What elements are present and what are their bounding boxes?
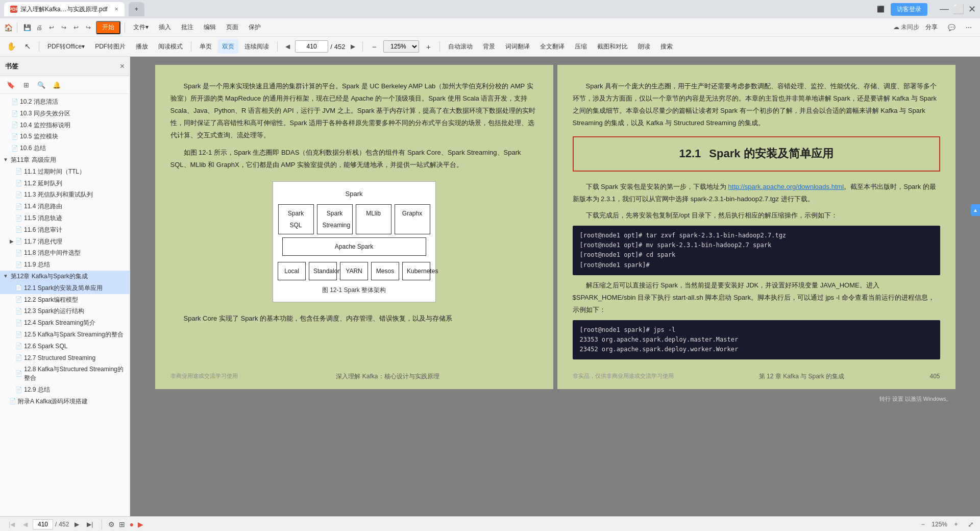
read-aloud-btn[interactable]: 朗读 [634, 39, 654, 54]
sidebar-tree-item-8[interactable]: 📄11.3 死信队列和重试队列 [0, 189, 130, 201]
sidebar-search-icon[interactable]: 🔍 [36, 79, 47, 90]
sidebar-tree-item-7[interactable]: 📄11.2 延时队列 [0, 178, 130, 189]
tab-close-btn[interactable]: × [115, 6, 118, 13]
sidebar-tree-item-11[interactable]: 📄11.6 消息审计 [0, 224, 130, 236]
single-page-btn[interactable]: 单页 [195, 39, 216, 54]
home-icon[interactable]: 🏠 [4, 23, 13, 32]
win-maximize[interactable]: ⬜ [953, 4, 964, 15]
status-sep1 [102, 519, 102, 529]
pdf-to-img-btn[interactable]: PDF转图片 [91, 39, 130, 54]
sidebar-tree-item-25[interactable]: 📄附录A Kafka源码环境搭建 [0, 396, 130, 407]
sidebar-tree-item-18[interactable]: 📄12.3 Spark的运行结构 [0, 305, 130, 317]
browser-visit-btn[interactable]: 访客登录 [891, 3, 927, 16]
sidebar-tree-item-17[interactable]: 📄12.2 Spark编程模型 [0, 294, 130, 306]
right-para2: 下载 Spark 安装包是安装的第一步，下载地址为 http://spark.a… [573, 181, 940, 205]
undo-btn[interactable]: ↩ [46, 22, 57, 33]
sidebar-tree-item-24[interactable]: 📄12.9 总结 [0, 384, 130, 396]
new-tab-btn[interactable]: + [129, 2, 144, 16]
sidebar-tree-item-10[interactable]: 📄11.5 消息轨迹 [0, 212, 130, 224]
play-btn[interactable]: 播放 [132, 39, 152, 54]
zoom-in-btn[interactable]: + [421, 39, 435, 54]
last-page-btn[interactable]: ▶| [84, 519, 95, 530]
select-tool-btn[interactable]: ↖ [20, 39, 35, 54]
status-zoom-level: 125% [932, 521, 947, 528]
protect-menu[interactable]: 页面 [222, 20, 242, 35]
sidebar-tree-item-21[interactable]: 📄12.6 Spark SQL [0, 341, 130, 352]
sidebar-tree-item-2[interactable]: 📄10.4 监控指标说明 [0, 119, 130, 131]
prev-page-status-btn[interactable]: ◀ [19, 519, 31, 530]
sidebar-tree-item-14[interactable]: 📄11.9 总结 [0, 259, 130, 271]
sidebar-tree-item-20[interactable]: 📄12.5 Kafka与Spark Streaming的整合 [0, 329, 130, 341]
status-expand-icon[interactable]: ⤢ [968, 520, 974, 528]
status-red-icon[interactable]: ● [129, 520, 133, 528]
comment-btn[interactable]: 💬 [944, 20, 960, 35]
sidebar-layers-icon[interactable]: ⊞ [20, 79, 32, 90]
sidebar-bell-icon[interactable]: 🔔 [51, 79, 62, 90]
continuous-btn[interactable]: 连续阅读 [240, 39, 273, 54]
sidebar-tree-item-22[interactable]: 📄12.7 Structured Streaming [0, 352, 130, 364]
tree-item-label-3: 10.5 监控模块 [20, 132, 127, 141]
more-btn[interactable]: ⋯ [962, 20, 976, 35]
sidebar-bookmark-icon[interactable]: 🔖 [5, 79, 16, 90]
status-view-icon[interactable]: ⊞ [119, 520, 125, 528]
sidebar-close-btn[interactable]: × [120, 62, 125, 71]
double-page-btn[interactable]: 双页 [218, 39, 238, 54]
status-zoom-out-btn[interactable]: − [917, 519, 928, 530]
sidebar-tree-item-5[interactable]: ▼第11章 高级应用 [0, 154, 130, 166]
win-minimize[interactable]: — [940, 4, 949, 15]
pdf-to-office-btn[interactable]: PDF转Office▾ [43, 39, 89, 54]
win-close[interactable]: ✕ [968, 4, 976, 15]
sidebar-tree-item-3[interactable]: 📄10.5 监控模块 [0, 131, 130, 142]
sidebar-tree-item-12[interactable]: ▶📄11.7 消息代理 [0, 236, 130, 248]
sidebar-tree-item-1[interactable]: 📄10.3 同步失效分区 [0, 108, 130, 119]
prev-page-btn[interactable]: ◀ [282, 41, 293, 52]
zoom-out-btn[interactable]: − [367, 39, 381, 54]
screenshot-btn[interactable]: 截图和对比 [593, 39, 632, 54]
toolbar-btn3[interactable]: ↩ [70, 22, 82, 33]
search-btn[interactable]: 搜索 [656, 39, 677, 54]
spark-download-link[interactable]: http://spark.apache.org/downloads.html [728, 183, 844, 190]
hand-tool-btn[interactable]: ✋ [4, 39, 18, 54]
right-chapter-footer: 第 12 章 Kafka 与 Spark 的集成 [759, 371, 844, 382]
status-youtube-icon[interactable]: ▶ [138, 520, 143, 528]
sidebar-tree-item-15[interactable]: ▼第12章 Kafka与Spark的集成 [0, 271, 130, 282]
compress-btn[interactable]: 压缩 [571, 39, 591, 54]
right-floating-panel[interactable]: ▲ [971, 204, 980, 216]
sidebar-tree-item-13[interactable]: 📄11.8 消息中间件选型 [0, 247, 130, 259]
start-button[interactable]: 开始 [96, 21, 120, 34]
sidebar-tree-item-6[interactable]: 📄11.1 过期时间（TTL） [0, 166, 130, 178]
sidebar-tree-item-0[interactable]: 📄10.2 消息清活 [0, 96, 130, 108]
redo-btn[interactable]: ↪ [58, 22, 69, 33]
share-btn[interactable]: 分享 [921, 20, 942, 35]
status-zoom-in-btn[interactable]: + [950, 519, 962, 530]
sidebar-tree-item-19[interactable]: 📄12.4 Spark Streaming简介 [0, 317, 130, 329]
sidebar-tree-item-16[interactable]: 📄12.1 Spark的安装及简单应用 [0, 282, 130, 294]
page-menu[interactable]: 编辑 [200, 20, 220, 35]
tree-item-label-2: 10.4 监控指标说明 [20, 121, 127, 130]
status-settings-icon[interactable]: ⚙ [108, 520, 115, 528]
page-number-input[interactable] [295, 40, 328, 53]
word-translate-btn[interactable]: 词词翻译 [501, 39, 534, 54]
status-page-input[interactable] [33, 519, 53, 529]
toolbar-btn4[interactable]: ↪ [83, 22, 94, 33]
next-page-btn[interactable]: ▶ [347, 41, 358, 52]
annotate-menu[interactable]: 插入 [155, 20, 175, 35]
auto-scroll-btn[interactable]: 自动滚动 [444, 39, 477, 54]
first-page-btn[interactable]: |◀ [6, 519, 17, 530]
convert-menu[interactable]: 保护 [244, 20, 265, 35]
insert-menu[interactable]: 文件▾ [129, 20, 153, 35]
sidebar-tree-item-9[interactable]: 📄11.4 消息路由 [0, 201, 130, 212]
zoom-select[interactable]: 125% 100% 150% 75% [383, 40, 419, 53]
full-translate-btn[interactable]: 全文翻译 [536, 39, 569, 54]
background-btn[interactable]: 背景 [479, 39, 499, 54]
edit-menu[interactable]: 批注 [177, 20, 198, 35]
read-mode-btn[interactable]: 阅读模式 [154, 39, 187, 54]
next-page-status-btn[interactable]: ▶ [71, 519, 82, 530]
active-tab[interactable]: PDF 深入理解Kafka…与实践原理.pdf × [4, 2, 125, 16]
heading-number: 12.1 [679, 143, 701, 164]
save-btn[interactable]: 💾 [21, 22, 33, 33]
sidebar-tree-item-23[interactable]: 📄12.8 Kafka与Structured Streaming的整合 [0, 364, 130, 384]
print-btn[interactable]: 🖨 [34, 22, 45, 33]
sidebar-tree-item-4[interactable]: 📄10.6 总结 [0, 142, 130, 154]
pdf-content-area[interactable]: Spark 是一个用来实现快速且通用的集群计算的平台。Spark 是 UC Be… [130, 57, 980, 516]
